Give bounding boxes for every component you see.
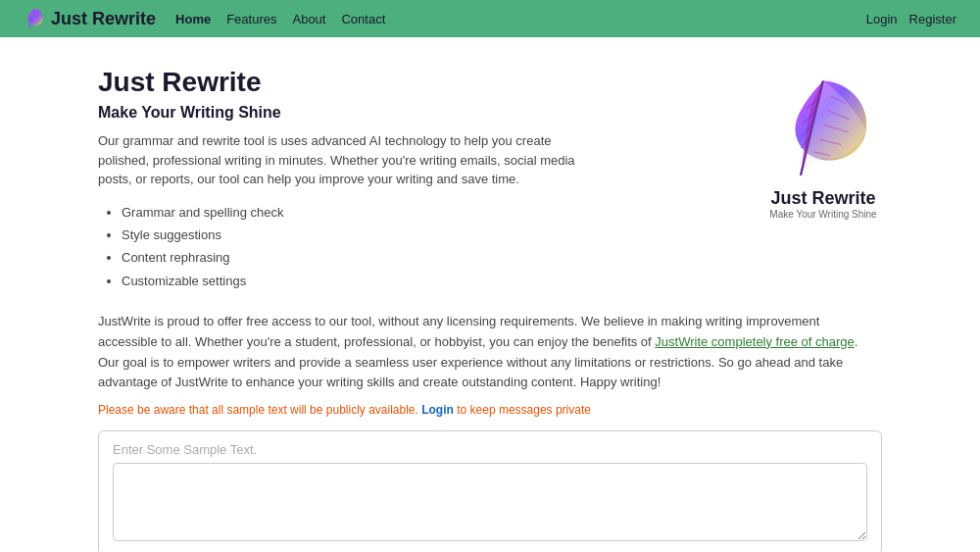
sample-text-input[interactable] <box>113 463 867 541</box>
hero-text: Just Rewrite Make Your Writing Shine Our… <box>98 67 578 292</box>
notice-login-link[interactable]: Login <box>421 403 454 417</box>
navbar: Just Rewrite Home Features About Contact… <box>0 0 980 37</box>
nav-item-home[interactable]: Home <box>175 11 211 26</box>
sample-text-card: Enter Some Sample Text. <box>98 430 882 552</box>
nav-link-home[interactable]: Home <box>175 12 211 26</box>
nav-item-about[interactable]: About <box>292 11 325 26</box>
notice-text: Please be aware that all sample text wil… <box>98 403 882 417</box>
hero-logo: Just Rewrite Make Your Writing Shine <box>764 76 882 220</box>
info-paragraph: JustWrite is proud to offer free access … <box>98 312 882 393</box>
feather-icon <box>24 8 45 29</box>
hero-title: Just Rewrite <box>98 67 578 98</box>
hero-logo-sub: Make Your Writing Shine <box>769 209 876 220</box>
feature-4: Customizable settings <box>122 270 578 292</box>
navbar-brand[interactable]: Just Rewrite <box>24 8 156 29</box>
hero-section: Just Rewrite Make Your Writing Shine Our… <box>98 67 882 292</box>
hero-logo-text: Just Rewrite <box>770 188 875 209</box>
hero-features: Grammar and spelling check Style suggest… <box>98 201 578 293</box>
justwrite-link[interactable]: JustWrite completely free of charge <box>655 334 855 349</box>
navbar-nav: Home Features About Contact <box>175 11 385 26</box>
nav-login-link[interactable]: Login <box>866 12 898 26</box>
main-content: Just Rewrite Make Your Writing Shine Our… <box>0 37 980 552</box>
nav-link-about[interactable]: About <box>292 12 325 26</box>
navbar-brand-title: Just Rewrite <box>51 9 156 29</box>
hero-description: Our grammar and rewrite tool is uses adv… <box>98 131 578 189</box>
hero-feather-icon <box>764 76 882 184</box>
navbar-right: Login Register <box>866 12 956 26</box>
notice-after: to keep messages private <box>457 403 591 417</box>
notice-before: Please be aware that all sample text wil… <box>98 403 418 417</box>
nav-item-features[interactable]: Features <box>226 11 276 26</box>
hero-subtitle: Make Your Writing Shine <box>98 104 578 122</box>
nav-register-link[interactable]: Register <box>909 12 956 26</box>
nav-item-contact[interactable]: Contact <box>341 11 385 26</box>
feature-2: Style suggestions <box>122 224 578 246</box>
textarea-placeholder: Enter Some Sample Text. <box>113 442 257 457</box>
feature-3: Content rephrasing <box>122 246 578 269</box>
nav-link-features[interactable]: Features <box>226 12 276 26</box>
nav-link-contact[interactable]: Contact <box>341 12 385 26</box>
feature-1: Grammar and spelling check <box>122 201 578 224</box>
